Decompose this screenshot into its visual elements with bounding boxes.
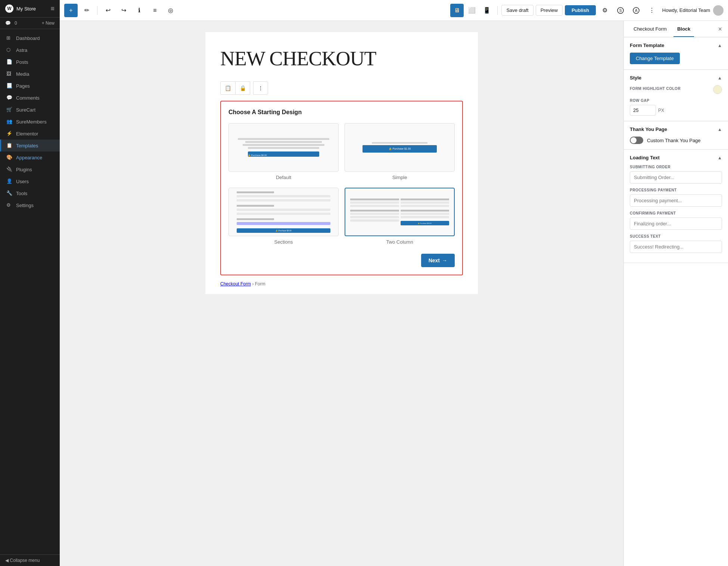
template-sections-preview: 🔒 Purchase $9.00 — [228, 188, 339, 236]
circle-button[interactable]: ◎ — [164, 4, 177, 17]
sidebar-item-plugins[interactable]: 🔌 Plugins — [0, 163, 60, 175]
success-text-input[interactable] — [630, 241, 722, 253]
list-view-button[interactable]: ≡ — [148, 4, 162, 17]
tab-checkout-form[interactable]: Checkout Form — [630, 21, 671, 37]
sidebar: W My Store ≡ 💬 0 + New ⊞ Dashboard ⬡ Ast… — [0, 0, 60, 566]
info-icon: ℹ — [138, 7, 140, 14]
wp-logo-icon: W — [5, 4, 13, 13]
store-name: My Store — [16, 6, 36, 12]
sidebar-item-label: SureMembers — [16, 119, 47, 125]
sidebar-item-label: Dashboard — [16, 35, 40, 41]
design-chooser-title: Choose A Starting Design — [228, 109, 455, 116]
col-field-3 — [350, 213, 399, 215]
plugin-a-icon: A — [633, 7, 640, 14]
thank-you-chevron-icon: ▲ — [718, 127, 722, 132]
plugin-icon-1-button[interactable]: S — [614, 4, 627, 17]
mobile-button[interactable]: 📱 — [480, 4, 494, 17]
more-options-button[interactable]: ⋮ — [645, 4, 659, 17]
design-chooser: Choose A Starting Design — [220, 101, 463, 275]
plugin-s-icon: S — [617, 7, 624, 14]
confirming-payment-input[interactable] — [630, 218, 722, 230]
sidebar-logo: W My Store ≡ — [0, 0, 60, 18]
template-sections[interactable]: 🔒 Purchase $9.00 Sections — [228, 188, 339, 246]
breadcrumb: Checkout Form › Form — [220, 281, 463, 287]
template-default[interactable]: 🔒 Purchase $9.00 Default — [228, 123, 339, 182]
style-section-header[interactable]: Style ▲ — [630, 75, 722, 81]
tools-icon: 🔧 — [6, 190, 12, 196]
prev-row-4 — [248, 147, 319, 149]
sidebar-item-templates[interactable]: 📋 Templates — [0, 140, 60, 151]
loading-text-header[interactable]: Loading Text ▲ — [630, 155, 722, 160]
sidebar-item-label: Templates — [16, 143, 38, 148]
col-field-8 — [401, 213, 449, 215]
sidebar-item-label: Users — [16, 179, 29, 184]
sidebar-item-elementor[interactable]: ⚡ Elementor — [0, 128, 60, 140]
more-block-options-button[interactable]: ⋮ — [253, 81, 268, 95]
lock-button[interactable]: 🔒 — [235, 81, 250, 95]
tab-block[interactable]: Block — [673, 21, 694, 37]
panel-close-button[interactable]: × — [718, 26, 722, 32]
sidebar-item-surecart[interactable]: 🛒 SureCart — [0, 104, 60, 116]
style-chevron-icon: ▲ — [718, 75, 722, 81]
thank-you-page-header[interactable]: Thank You Page ▲ — [630, 126, 722, 132]
processing-payment-input[interactable] — [630, 194, 722, 207]
change-template-button[interactable]: Change Template — [630, 53, 680, 64]
surecart-icon: 🛒 — [6, 107, 12, 113]
sidebar-item-appearance[interactable]: 🎨 Appearance — [0, 151, 60, 163]
hamburger-icon[interactable]: ≡ — [50, 5, 55, 13]
publish-button[interactable]: Publish — [565, 5, 596, 15]
preview-button[interactable]: Preview — [536, 5, 563, 16]
submitting-order-input[interactable] — [630, 171, 722, 184]
sidebar-item-settings[interactable]: ⚙ Settings — [0, 199, 60, 211]
undo-button[interactable]: ↩ — [101, 4, 115, 17]
new-button[interactable]: + New — [42, 21, 55, 26]
col-field-2 — [350, 205, 399, 207]
collapse-menu-button[interactable]: ◀ Collapse menu — [0, 554, 60, 566]
settings-gear-button[interactable]: ⚙ — [598, 4, 612, 17]
sidebar-item-users[interactable]: 👤 Users — [0, 175, 60, 187]
sidebar-item-pages[interactable]: 📃 Pages — [0, 80, 60, 92]
custom-thank-you-toggle-row: Custom Thank You Page — [630, 137, 722, 144]
row-gap-label: ROW GAP — [630, 98, 722, 103]
form-icon-button[interactable]: 📋 — [220, 81, 235, 95]
device-switcher: 🖥 ⬜ 📱 — [450, 4, 494, 17]
success-text-label: SUCCESS TEXT — [630, 234, 722, 238]
tablet-icon: ⬜ — [468, 7, 476, 14]
sidebar-item-posts[interactable]: 📄 Posts — [0, 56, 60, 68]
plugin-icon-2-button[interactable]: A — [629, 4, 643, 17]
sidebar-item-suremembers[interactable]: 👥 SureMembers — [0, 116, 60, 128]
template-two-column[interactable]: 🔒 Purchase $24.00 Two Column — [345, 188, 455, 246]
template-simple[interactable]: 🔒 Purchase $1.00 Simple — [345, 123, 455, 182]
template-two-column-preview: 🔒 Purchase $24.00 — [345, 188, 455, 236]
breadcrumb-link[interactable]: Checkout Form — [220, 281, 251, 287]
sidebar-item-astra[interactable]: ⬡ Astra — [0, 44, 60, 56]
sidebar-item-label: Settings — [16, 203, 34, 208]
sidebar-item-media[interactable]: 🖼 Media — [0, 68, 60, 80]
add-block-button[interactable]: + — [64, 4, 78, 17]
sidebar-item-comments[interactable]: 💬 Comments — [0, 92, 60, 104]
custom-thank-you-toggle[interactable] — [630, 137, 643, 144]
mobile-icon: 📱 — [483, 7, 491, 14]
edit-button[interactable]: ✏ — [80, 4, 93, 17]
sidebar-item-tools[interactable]: 🔧 Tools — [0, 187, 60, 199]
sidebar-item-dashboard[interactable]: ⊞ Dashboard — [0, 32, 60, 44]
template-two-column-label: Two Column — [345, 239, 455, 246]
dashboard-icon: ⊞ — [6, 35, 12, 41]
info-button[interactable]: ℹ — [133, 4, 146, 17]
two-col-preview-content: 🔒 Purchase $24.00 — [348, 196, 451, 228]
tablet-button[interactable]: ⬜ — [465, 4, 479, 17]
next-button[interactable]: Next → — [421, 254, 455, 267]
elementor-icon: ⚡ — [6, 131, 12, 137]
sidebar-item-label: Pages — [16, 83, 30, 89]
edit-icon: ✏ — [84, 7, 89, 14]
row-gap-input[interactable] — [630, 105, 656, 116]
desktop-button[interactable]: 🖥 — [450, 4, 464, 17]
redo-button[interactable]: ↪ — [117, 4, 130, 17]
col-field-7 — [401, 205, 449, 207]
sidebar-item-label: Plugins — [16, 167, 32, 172]
collapse-label: Collapse menu — [10, 558, 40, 563]
form-highlight-color-swatch[interactable] — [713, 85, 722, 94]
col-field-9 — [401, 216, 449, 218]
form-template-header[interactable]: Form Template ▲ — [630, 43, 722, 48]
save-draft-button[interactable]: Save draft — [501, 5, 533, 16]
